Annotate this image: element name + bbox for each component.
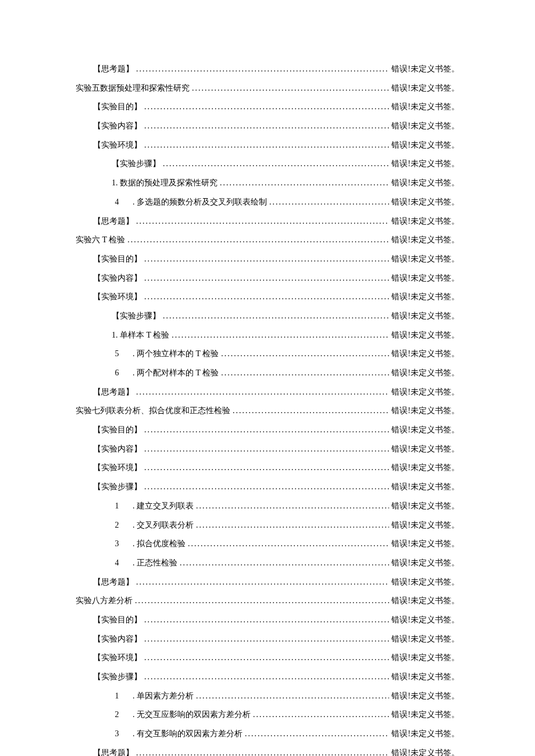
- toc-entry[interactable]: 5. 两个独立样本的 T 检验错误!未定义书签。: [76, 349, 459, 359]
- toc-entry[interactable]: 【实验环境】错误!未定义书签。: [76, 292, 459, 302]
- toc-leader-dots: [144, 634, 389, 644]
- toc-entry[interactable]: 3. 拟合优度检验错误!未定义书签。: [76, 539, 459, 549]
- toc-entry[interactable]: 【实验环境】错误!未定义书签。: [76, 463, 459, 473]
- toc-entry-title: 实验七列联表分析、拟合优度和正态性检验: [76, 406, 230, 416]
- toc-entry[interactable]: 【思考题】错误!未定义书签。: [76, 216, 459, 227]
- toc-leader-dots: [196, 691, 389, 701]
- toc-entry-title: . 单因素方差分析: [133, 691, 194, 701]
- toc-entry[interactable]: 【实验目的】错误!未定义书签。: [76, 254, 459, 264]
- toc-leader-dots: [269, 197, 389, 207]
- toc-entry[interactable]: 1. 数据的预处理及探索性研究错误!未定义书签。: [76, 178, 459, 188]
- toc-entry[interactable]: 【实验步骤】错误!未定义书签。: [76, 482, 459, 492]
- toc-leader-dots: [220, 178, 389, 188]
- toc-entry[interactable]: 3. 有交互影响的双因素方差分析错误!未定义书签。: [76, 729, 459, 739]
- toc-entry-title: 【实验环境】: [93, 140, 142, 151]
- toc-entry-title: 【实验内容】: [93, 273, 142, 284]
- toc-entry[interactable]: 2. 交叉列联表分析错误!未定义书签。: [76, 520, 459, 531]
- toc-entry-number: 3: [112, 729, 122, 739]
- toc-entry-page-ref: 错误!未定义书签。: [391, 691, 459, 701]
- toc-entry-page-ref: 错误!未定义书签。: [391, 178, 459, 188]
- toc-entry[interactable]: 【实验步骤】错误!未定义书签。: [76, 311, 459, 321]
- toc-entry[interactable]: 【实验目的】错误!未定义书签。: [76, 425, 459, 435]
- toc-entry-title: 【实验内容】: [93, 444, 142, 454]
- toc-entry-page-ref: 错误!未定义书签。: [391, 368, 459, 378]
- toc-entry[interactable]: 【实验环境】错误!未定义书签。: [76, 140, 459, 151]
- toc-entry-page-ref: 错误!未定义书签。: [391, 482, 459, 492]
- toc-entry[interactable]: 【实验步骤】错误!未定义书签。: [76, 159, 459, 169]
- toc-entry-page-ref: 错误!未定义书签。: [391, 653, 459, 663]
- toc-entry-page-ref: 错误!未定义书签。: [391, 710, 459, 720]
- toc-leader-dots: [135, 596, 389, 606]
- toc-entry-page-ref: 错误!未定义书签。: [391, 121, 459, 131]
- toc-entry[interactable]: 实验六 T 检验错误!未定义书签。: [76, 235, 459, 245]
- toc-entry[interactable]: 实验七列联表分析、拟合优度和正态性检验错误!未定义书签。: [76, 406, 459, 416]
- toc-entry-title: 【实验目的】: [93, 615, 142, 625]
- toc-entry-title: . 无交互应影响的双因素方差分析: [133, 710, 251, 720]
- toc-entry-title: 【思考题】: [93, 216, 134, 227]
- toc-entry[interactable]: 【实验内容】错误!未定义书签。: [76, 444, 459, 454]
- toc-entry-page-ref: 错误!未定义书签。: [391, 159, 459, 169]
- toc-entry-title: 实验五数据预处理和探索性研究: [76, 83, 190, 94]
- toc-entry-page-ref: 错误!未定义书签。: [391, 634, 459, 644]
- toc-entry-title: . 交叉列联表分析: [133, 520, 194, 531]
- toc-entry[interactable]: 【思考题】错误!未定义书签。: [76, 64, 459, 74]
- toc-entry-title: 【实验环境】: [93, 463, 142, 473]
- toc-entry[interactable]: 实验八方差分析错误!未定义书签。: [76, 596, 459, 606]
- toc-entry-title: 1. 数据的预处理及探索性研究: [112, 178, 217, 188]
- toc-entry-page-ref: 错误!未定义书签。: [391, 596, 459, 606]
- toc-entry[interactable]: 【实验目的】错误!未定义书签。: [76, 102, 459, 112]
- toc-leader-dots: [221, 368, 389, 378]
- toc-leader-dots: [180, 558, 389, 568]
- toc-entry-title: 实验八方差分析: [76, 596, 133, 606]
- toc-entry-title: 【实验目的】: [93, 425, 142, 435]
- toc-entry-page-ref: 错误!未定义书签。: [391, 254, 459, 264]
- toc-entry-title: 【实验内容】: [93, 121, 142, 131]
- toc-leader-dots: [144, 273, 389, 284]
- toc-entry-page-ref: 错误!未定义书签。: [391, 501, 459, 511]
- toc-entry-title: 实验六 T 检验: [76, 235, 125, 245]
- toc-leader-dots: [196, 501, 389, 511]
- toc-entry[interactable]: 2. 无交互应影响的双因素方差分析错误!未定义书签。: [76, 710, 459, 720]
- toc-entry-title: . 有交互影响的双因素方差分析: [133, 729, 242, 739]
- toc-entry[interactable]: 【实验目的】错误!未定义书签。: [76, 615, 459, 625]
- toc-entry-page-ref: 错误!未定义书签。: [391, 406, 459, 416]
- toc-entry[interactable]: 1. 单样本 T 检验错误!未定义书签。: [76, 330, 459, 341]
- toc-entry-page-ref: 错误!未定义书签。: [391, 539, 459, 549]
- toc-entry-page-ref: 错误!未定义书签。: [391, 349, 459, 359]
- toc-entry[interactable]: 【实验内容】错误!未定义书签。: [76, 273, 459, 284]
- toc-entry-title: 【实验环境】: [93, 292, 142, 302]
- toc-entry[interactable]: 【思考题】错误!未定义书签。: [76, 577, 459, 587]
- toc-entry-page-ref: 错误!未定义书签。: [391, 197, 459, 207]
- toc-entry[interactable]: 【实验内容】错误!未定义书签。: [76, 634, 459, 644]
- toc-entry-number: 5: [112, 349, 122, 359]
- toc-leader-dots: [144, 102, 389, 112]
- toc-entry-page-ref: 错误!未定义书签。: [391, 273, 459, 284]
- toc-entry-number: 1: [112, 691, 122, 701]
- toc-entry[interactable]: 【思考题】错误!未定义书签。: [76, 748, 459, 756]
- toc-entry-title: 【思考题】: [93, 64, 134, 74]
- toc-leader-dots: [136, 64, 389, 74]
- toc-entry[interactable]: 1. 建立交叉列联表错误!未定义书签。: [76, 501, 459, 511]
- toc-entry[interactable]: 实验五数据预处理和探索性研究错误!未定义书签。: [76, 83, 459, 94]
- toc-leader-dots: [233, 406, 389, 416]
- toc-entry-title: . 正态性检验: [133, 558, 177, 568]
- toc-leader-dots: [144, 425, 389, 435]
- toc-entry[interactable]: 【实验内容】错误!未定义书签。: [76, 121, 459, 131]
- toc-entry-number: 3: [112, 539, 122, 549]
- toc-entry-page-ref: 错误!未定义书签。: [391, 330, 459, 341]
- toc-entry[interactable]: 【实验环境】错误!未定义书签。: [76, 653, 459, 663]
- toc-entry[interactable]: 1. 单因素方差分析错误!未定义书签。: [76, 691, 459, 701]
- toc-entry-title: . 两个独立样本的 T 检验: [133, 349, 219, 359]
- toc-entry-number: 4: [112, 558, 122, 568]
- toc-entry-page-ref: 错误!未定义书签。: [391, 729, 459, 739]
- toc-entry[interactable]: 4. 多选题的频数分析及交叉列联表绘制错误!未定义书签。: [76, 197, 459, 207]
- toc-entry-page-ref: 错误!未定义书签。: [391, 64, 459, 74]
- toc-entry-number: 2: [112, 520, 122, 531]
- toc-entry[interactable]: 6. 两个配对样本的 T 检验错误!未定义书签。: [76, 368, 459, 378]
- toc-leader-dots: [127, 235, 389, 245]
- toc-entry[interactable]: 【思考题】错误!未定义书签。: [76, 387, 459, 397]
- toc-entry-page-ref: 错误!未定义书签。: [391, 387, 459, 397]
- toc-entry[interactable]: 【实验步骤】错误!未定义书签。: [76, 672, 459, 682]
- toc-leader-dots: [144, 254, 389, 264]
- toc-entry[interactable]: 4. 正态性检验错误!未定义书签。: [76, 558, 459, 568]
